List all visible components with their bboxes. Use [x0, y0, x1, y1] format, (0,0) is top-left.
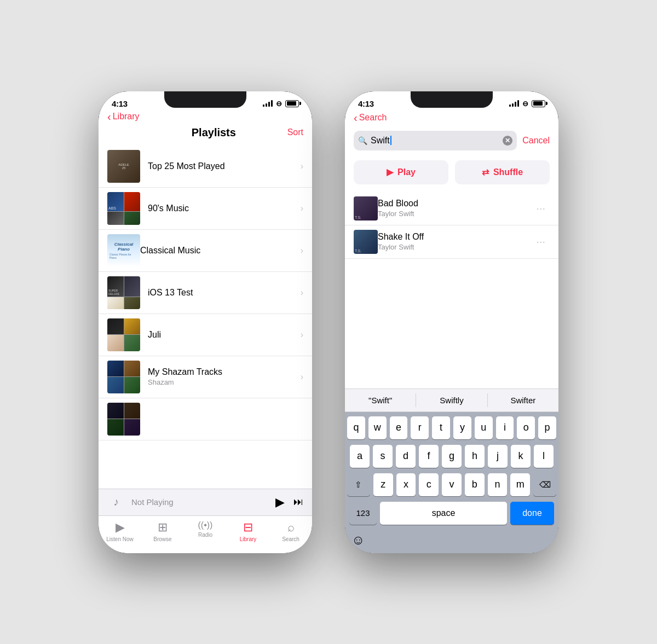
- search-magnify-icon: 🔍: [358, 136, 367, 145]
- notch-2: [411, 91, 493, 108]
- spacer: [345, 259, 558, 388]
- mini-forward-button[interactable]: ⏭: [293, 496, 303, 508]
- playlist-item-classical[interactable]: ClassicalPiano Classic Pieces for Piano …: [99, 230, 312, 272]
- song-item-shake-it-off[interactable]: Shake It Off Taylor Swift ···: [345, 225, 558, 259]
- phone-1-screen: 4:13 ⊖ ‹ Library: [99, 91, 312, 553]
- text-cursor: [390, 136, 391, 145]
- playlist-thumb-top25: ADELE25: [107, 150, 140, 183]
- search-cancel-button[interactable]: Cancel: [522, 136, 550, 146]
- key-k[interactable]: k: [511, 445, 531, 468]
- tab-listen-now[interactable]: ▶ Listen Now: [103, 520, 136, 542]
- classical-thumb-title: ClassicalPiano: [114, 242, 134, 252]
- key-n[interactable]: n: [488, 473, 508, 496]
- playlist-info-ios13: iOS 13 Test: [148, 288, 301, 298]
- tab-search[interactable]: ⌕ Search: [274, 520, 307, 542]
- playlist-item-90s[interactable]: ABS 90's Music ›: [99, 188, 312, 230]
- shuffle-button[interactable]: ⇄ Shuffle: [455, 160, 550, 184]
- tab-label-library: Library: [240, 536, 257, 542]
- search-input[interactable]: Swift: [371, 136, 499, 146]
- playlist-item-juli[interactable]: Juli ›: [99, 314, 312, 356]
- sort-button-1[interactable]: Sort: [287, 127, 303, 137]
- battery-1: [285, 100, 299, 107]
- key-l[interactable]: l: [534, 445, 554, 468]
- playlist-info-90s: 90's Music: [148, 204, 301, 213]
- key-e[interactable]: e: [390, 416, 408, 439]
- key-t[interactable]: t: [432, 416, 450, 439]
- key-shift[interactable]: ⇧: [347, 473, 370, 496]
- key-z[interactable]: z: [373, 473, 393, 496]
- search-input-value: Swift: [371, 136, 390, 145]
- key-u[interactable]: u: [475, 416, 493, 439]
- status-icons-1: ⊖: [263, 100, 299, 108]
- key-done[interactable]: done: [510, 502, 554, 525]
- playlist-info-juli: Juli: [148, 330, 301, 340]
- playlist-name-juli: Juli: [148, 330, 301, 340]
- key-b[interactable]: b: [465, 473, 485, 496]
- playlist-scroll-area: ADELE25 Top 25 Most Played › ABS: [99, 146, 312, 489]
- key-numbers[interactable]: 123: [349, 502, 377, 525]
- back-button-1[interactable]: ‹ Library: [107, 111, 140, 123]
- song-more-shake-it-off[interactable]: ···: [532, 233, 550, 250]
- key-backspace[interactable]: ⌫: [533, 473, 556, 496]
- nav-title-1: Playlists: [140, 126, 287, 139]
- notch-1: [164, 91, 246, 108]
- key-y[interactable]: y: [453, 416, 471, 439]
- back-arrow-1: ‹: [107, 111, 111, 123]
- playlist-item-ios13[interactable]: SUPER DELUXE iOS 13 Test ›: [99, 272, 312, 314]
- tab-icon-browse: ⊞: [158, 520, 168, 535]
- playlist-info-shazam: My Shazam Tracks Shazam: [148, 367, 301, 386]
- key-h[interactable]: h: [465, 445, 485, 468]
- search-clear-button[interactable]: ✕: [503, 136, 512, 146]
- shuffle-icon: ⇄: [482, 167, 489, 177]
- autocomplete-bar: "Swift" Swiftly Swifter: [345, 388, 558, 412]
- key-p[interactable]: p: [538, 416, 556, 439]
- key-space[interactable]: space: [380, 502, 507, 525]
- key-m[interactable]: m: [510, 473, 530, 496]
- autocomplete-swiftly[interactable]: Swiftly: [416, 393, 487, 407]
- key-w[interactable]: w: [368, 416, 387, 439]
- key-o[interactable]: o: [517, 416, 535, 439]
- tab-browse[interactable]: ⊞ Browse: [146, 520, 179, 542]
- song-info-bad-blood: Bad Blood Taylor Swift: [378, 199, 532, 218]
- key-x[interactable]: x: [396, 473, 416, 496]
- playlist-thumb-ios13: SUPER DELUXE: [107, 276, 140, 309]
- key-g[interactable]: g: [442, 445, 462, 468]
- tab-library[interactable]: ⊟ Library: [232, 520, 264, 542]
- song-info-shake-it-off: Shake It Off Taylor Swift: [378, 232, 532, 251]
- battery-fill-1: [287, 101, 296, 106]
- autocomplete-swift-quoted[interactable]: "Swift": [345, 393, 416, 407]
- key-r[interactable]: r: [411, 416, 429, 439]
- autocomplete-swifter[interactable]: Swifter: [488, 393, 558, 407]
- tab-label-browse: Browse: [153, 536, 171, 542]
- song-more-bad-blood[interactable]: ···: [532, 200, 550, 217]
- key-j[interactable]: j: [488, 445, 508, 468]
- key-a[interactable]: a: [350, 445, 370, 468]
- key-d[interactable]: d: [396, 445, 416, 468]
- tab-bar-1: ▶ Listen Now ⊞ Browse ((•)) Radio ⊟ Libr…: [99, 515, 312, 553]
- search-nav-back[interactable]: ‹ Search: [345, 111, 558, 127]
- phone-1: 4:13 ⊖ ‹ Library: [99, 91, 312, 553]
- status-icons-2: ⊖: [509, 100, 545, 108]
- status-time-2: 4:13: [358, 99, 374, 108]
- key-i[interactable]: i: [496, 416, 514, 439]
- key-q[interactable]: q: [347, 416, 365, 439]
- key-c[interactable]: c: [419, 473, 439, 496]
- key-f[interactable]: f: [419, 445, 439, 468]
- play-button[interactable]: ▶ Play: [354, 160, 448, 184]
- key-s[interactable]: s: [373, 445, 393, 468]
- search-bar[interactable]: 🔍 Swift ✕: [354, 131, 517, 150]
- playlist-item-shazam[interactable]: My Shazam Tracks Shazam ›: [99, 356, 312, 398]
- wifi-icon-2: ⊖: [522, 100, 528, 108]
- mini-player-controls: ▶ ⏭: [275, 495, 303, 509]
- playlist-info-top25: Top 25 Most Played: [148, 161, 301, 171]
- song-item-bad-blood[interactable]: Bad Blood Taylor Swift ···: [345, 192, 558, 225]
- song-artist-shake-it-off: Taylor Swift: [378, 243, 532, 251]
- playlist-item-last[interactable]: [99, 398, 312, 440]
- playlist-item-top25[interactable]: ADELE25 Top 25 Most Played ›: [99, 146, 312, 188]
- mini-player[interactable]: ♪ Not Playing ▶ ⏭: [99, 489, 312, 515]
- mini-play-button[interactable]: ▶: [275, 495, 285, 509]
- emoji-button[interactable]: ☺: [351, 532, 365, 548]
- key-v[interactable]: v: [442, 473, 462, 496]
- tab-radio[interactable]: ((•)) Radio: [189, 520, 222, 542]
- song-title-bad-blood: Bad Blood: [378, 199, 532, 208]
